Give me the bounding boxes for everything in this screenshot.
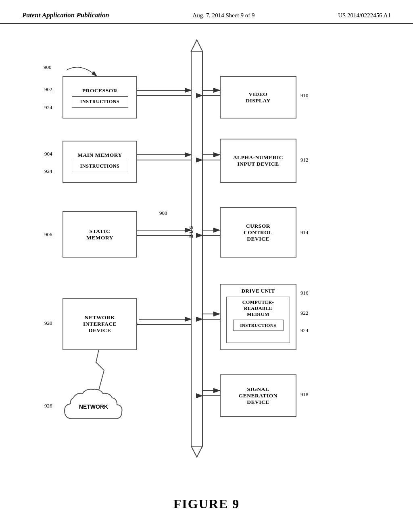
diagram-svg — [0, 24, 413, 520]
cursor-control-box: CURSORCONTROLDEVICE — [220, 207, 296, 258]
ref-910: 910 — [300, 92, 309, 99]
figure-caption: FIGURE 9 — [173, 497, 240, 511]
diagram-area: 900 PROCESSOR INSTRUCTIONS 902 924 VIDEO… — [0, 24, 413, 520]
ref-914: 914 — [300, 229, 309, 236]
ref-924b: 924 — [44, 168, 52, 175]
main-memory-box: MAIN MEMORY INSTRUCTIONS — [63, 141, 137, 183]
sheet-info: Aug. 7, 2014 Sheet 9 of 9 — [192, 11, 254, 19]
ref-920: 920 — [44, 320, 52, 326]
instructions-box-2: INSTRUCTIONS — [72, 161, 128, 172]
svg-rect-4 — [191, 51, 202, 446]
ref-902: 902 — [44, 86, 52, 93]
ref-918: 918 — [300, 391, 309, 398]
network-cloud: NETWORK — [56, 384, 131, 431]
signal-generation-box: SIGNALGENERATIONDEVICE — [220, 374, 296, 417]
svg-text:NETWORK: NETWORK — [79, 403, 108, 410]
ref-904: 904 — [44, 151, 52, 157]
ref-900: 900 — [44, 64, 52, 71]
processor-box: PROCESSOR INSTRUCTIONS — [63, 76, 137, 118]
network-interface-box: NETWORKINTERFACEDEVICE — [63, 298, 137, 350]
publication-label: Patent Application Publication — [22, 11, 109, 19]
page-header: Patent Application Publication Aug. 7, 2… — [0, 0, 413, 24]
ref-926: 926 — [44, 403, 52, 409]
svg-marker-6 — [191, 446, 202, 457]
ref-924a: 924 — [44, 104, 52, 111]
ref-916: 916 — [300, 290, 309, 296]
ref-908: 908 — [159, 210, 167, 216]
ref-924c: 924 — [300, 327, 309, 334]
computer-readable-box: COMPUTER-READABLEMEDIUM INSTRUCTIONS — [226, 297, 290, 343]
ref-912: 912 — [300, 157, 309, 163]
video-display-box: VIDEODISPLAY — [220, 76, 296, 118]
drive-unit-box: DRIVE UNIT COMPUTER-READABLEMEDIUM INSTR… — [220, 284, 296, 350]
patent-number: US 2014/0222456 A1 — [338, 11, 391, 19]
instructions-box-3: INSTRUCTIONS — [233, 320, 284, 331]
ref-906: 906 — [44, 231, 52, 238]
alpha-numeric-box: ALPHA-NUMERICINPUT DEVICE — [220, 139, 296, 183]
static-memory-box: STATICMEMORY — [63, 211, 137, 258]
ref-922: 922 — [300, 310, 309, 316]
instructions-box-1: INSTRUCTIONS — [72, 96, 128, 108]
bus-label: BUS — [188, 225, 194, 238]
svg-marker-5 — [191, 40, 202, 51]
